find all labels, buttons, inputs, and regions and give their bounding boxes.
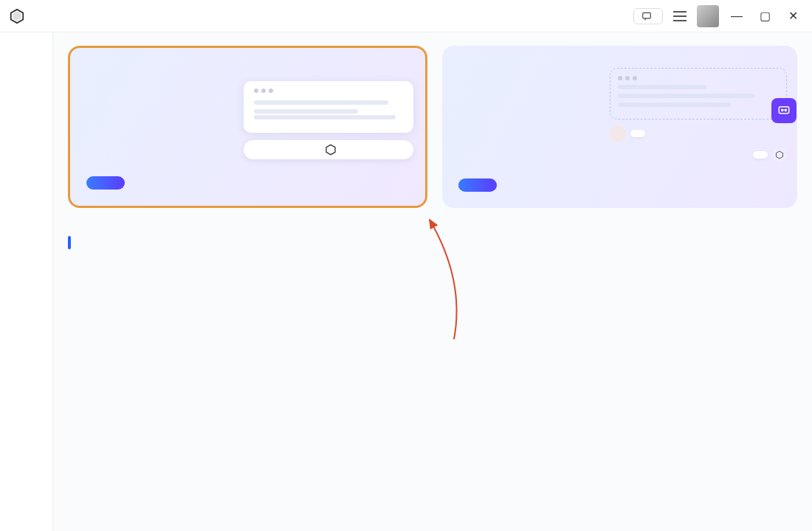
chat-bubble-ai bbox=[610, 148, 787, 162]
write-preview bbox=[244, 81, 413, 159]
ai-mini-icon bbox=[772, 148, 787, 162]
svg-marker-7 bbox=[777, 151, 783, 159]
start-ai-write-button[interactable] bbox=[86, 176, 125, 190]
svg-point-6 bbox=[785, 109, 786, 111]
svg-marker-1 bbox=[13, 12, 20, 20]
svg-point-5 bbox=[782, 109, 783, 111]
recent-heading bbox=[68, 236, 797, 249]
user-mini-avatar-icon bbox=[610, 125, 626, 142]
support-button[interactable] bbox=[633, 8, 663, 24]
minimize-button[interactable]: — bbox=[726, 10, 747, 23]
user-avatar[interactable] bbox=[697, 5, 719, 27]
sidebar bbox=[0, 32, 53, 531]
menu-button[interactable] bbox=[670, 7, 689, 26]
close-button[interactable]: ✕ bbox=[782, 9, 803, 23]
svg-rect-4 bbox=[779, 107, 789, 114]
hero-ai-chat[interactable] bbox=[442, 46, 797, 208]
maximize-button[interactable]: ▢ bbox=[754, 9, 775, 23]
svg-rect-2 bbox=[643, 13, 651, 18]
hero-ai-write[interactable] bbox=[68, 46, 427, 208]
bot-icon bbox=[771, 98, 796, 123]
generation-status bbox=[244, 140, 413, 159]
hexagon-icon bbox=[325, 144, 337, 156]
chat-bubble-user bbox=[610, 125, 787, 142]
window-dots-icon bbox=[254, 88, 403, 93]
app-logo-icon bbox=[9, 8, 25, 24]
svg-marker-3 bbox=[326, 145, 335, 154]
main-content bbox=[53, 32, 812, 531]
chat-bubble-icon bbox=[641, 11, 652, 21]
titlebar: — ▢ ✕ bbox=[0, 0, 812, 32]
new-chat-button[interactable] bbox=[458, 178, 497, 192]
chat-preview bbox=[610, 68, 787, 162]
